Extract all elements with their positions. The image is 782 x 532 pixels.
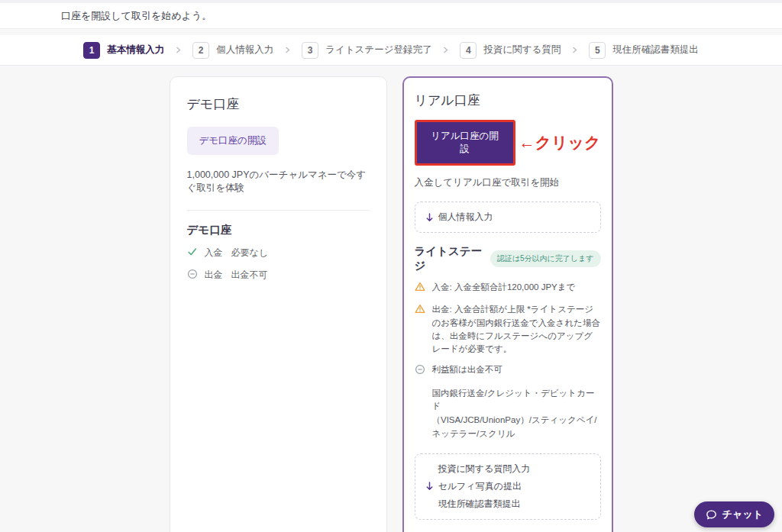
demo-feature-withdrawal: 出金 出金不可 <box>187 269 370 282</box>
demo-card-title: デモ口座 <box>187 95 370 113</box>
step-number: 2 <box>192 42 209 59</box>
chat-bubble-icon <box>706 509 717 521</box>
chat-button[interactable]: チャット <box>694 501 774 527</box>
cards-area: デモ口座 デモ口座の開設 1,000,000 JPYのバーチャルマネーで今すぐ取… <box>0 66 782 532</box>
check-icon <box>187 247 198 260</box>
stepper-step-personal-info: 2 個人情報入力 <box>192 42 273 59</box>
real-button-row: リアル口座の開設 ←クリック <box>415 120 601 166</box>
chevron-right-icon <box>571 47 578 53</box>
chevron-right-icon <box>442 47 449 53</box>
band-gap <box>0 29 782 35</box>
account-setup-page: 口座を開設して取引を始めよう。 1 基本情報入力 2 個人情報入力 3 ライトス… <box>0 0 782 532</box>
flow-step: セルフィ写真の提出 <box>425 478 591 495</box>
circle-minus-icon <box>187 269 198 282</box>
flow-step: 個人情報入力 <box>425 208 591 226</box>
flow-step-label: 現住所確認書類提出 <box>438 498 521 511</box>
down-arrow-icon <box>425 481 438 492</box>
lite-stage-payment-methods: 国内銀行送金/クレジット・デビットカード （VISA/JCB/UnionPay）… <box>432 387 601 441</box>
stepper: 1 基本情報入力 2 個人情報入力 3 ライトステージ登録完了 4 <box>83 42 699 59</box>
flow-step-label: セルフィ写真の提出 <box>438 480 522 493</box>
chevron-right-icon <box>284 47 291 53</box>
step-label: 現住所確認書類提出 <box>612 44 699 56</box>
click-hint-annotation: ←クリック <box>519 132 601 153</box>
stepper-step-lite-stage-done: 3 ライトステージ登録完了 <box>302 42 431 59</box>
divider <box>187 210 370 211</box>
lite-stage-badge: 認証は5分以内に完了します <box>490 250 601 267</box>
flow-step-label: 投資に関する質問入力 <box>438 463 531 476</box>
step-label: 投資に関する質問 <box>483 44 561 56</box>
step-label: 基本情報入力 <box>107 44 164 56</box>
open-real-account-button[interactable]: リアル口座の開設 <box>417 122 513 163</box>
real-card-title: リアル口座 <box>415 92 601 109</box>
demo-description: 1,000,000 JPYのバーチャルマネーで今すぐ取引を体験 <box>187 169 370 195</box>
chat-button-label: チャット <box>722 508 763 521</box>
step-number: 4 <box>460 42 477 59</box>
circle-minus-icon <box>415 364 425 379</box>
feature-value: 必要なし <box>231 247 269 260</box>
stepper-step-basic-info: 1 基本情報入力 <box>83 42 164 59</box>
feature-label: 出金 <box>205 269 223 282</box>
step-number: 1 <box>83 42 100 59</box>
flow-box-personal-info: 個人情報入力 <box>415 202 601 233</box>
feature-value: 出金不可 <box>231 269 268 282</box>
lite-stage-item: 出金: 入金合計額が上限 *ライトステージのお客様が国内銀行送金で入金された場合… <box>415 303 601 356</box>
open-demo-account-button[interactable]: デモ口座の開設 <box>187 127 279 155</box>
step-label: 個人情報入力 <box>216 44 273 56</box>
warning-icon <box>415 304 425 318</box>
real-description: 入金してリアル口座で取引を開始 <box>415 176 601 189</box>
payment-methods-line: 国内銀行送金/クレジット・デビットカード <box>432 387 601 414</box>
step-number: 5 <box>589 42 606 59</box>
payment-methods-line: （VISA/JCB/UnionPay）/スティックペイ/ネッテラー/スクリル <box>432 414 601 441</box>
lite-stage-title: ライトステージ <box>415 244 490 273</box>
stepper-step-address-proof: 5 現住所確認書類提出 <box>589 42 699 59</box>
intro-bar: 口座を開設して取引を始めよう。 <box>0 3 782 29</box>
warning-icon <box>415 282 425 295</box>
stepper-step-investment-questions: 4 投資に関する質問 <box>460 42 561 59</box>
demo-section-title: デモ口座 <box>187 223 370 237</box>
chevron-right-icon <box>175 47 182 53</box>
step-label: ライトステージ登録完了 <box>325 44 431 56</box>
down-arrow-icon <box>425 212 438 223</box>
feature-label: 入金 <box>205 247 223 260</box>
flow-step: 現住所確認書類提出 <box>425 495 591 513</box>
step-number: 3 <box>302 42 318 59</box>
flow-box-verification: 投資に関する質問入力 セルフィ写真の提出 現住所確認書類提出 <box>415 453 601 520</box>
demo-feature-deposit: 入金 必要なし <box>187 247 370 260</box>
lite-stage-item: 利益額は出金不可 <box>415 363 601 379</box>
lite-stage-item-text: 利益額は出金不可 <box>432 363 502 376</box>
stepper-bar: 1 基本情報入力 2 個人情報入力 3 ライトステージ登録完了 4 <box>0 35 782 66</box>
demo-account-card: デモ口座 デモ口座の開設 1,000,000 JPYのバーチャルマネーで今すぐ取… <box>170 76 387 532</box>
lite-stage-item-text: 出金: 入金合計額が上限 *ライトステージのお客様が国内銀行送金で入金された場合… <box>432 303 601 356</box>
lite-stage-item: 入金: 入金全額合計120,000 JPYまで <box>415 281 601 295</box>
real-account-card: リアル口座 リアル口座の開設 ←クリック 入金してリアル口座で取引を開始 個人情… <box>402 76 613 532</box>
flow-step-label: 個人情報入力 <box>438 211 493 224</box>
lite-stage-header: ライトステージ 認証は5分以内に完了します <box>415 244 601 273</box>
lite-stage-item-text: 入金: 入金全額合計120,000 JPYまで <box>432 281 576 294</box>
flow-step: 投資に関する質問入力 <box>425 460 591 478</box>
intro-text: 口座を開設して取引を始めよう。 <box>61 9 212 23</box>
click-highlight-box: リアル口座の開設 <box>415 120 515 166</box>
